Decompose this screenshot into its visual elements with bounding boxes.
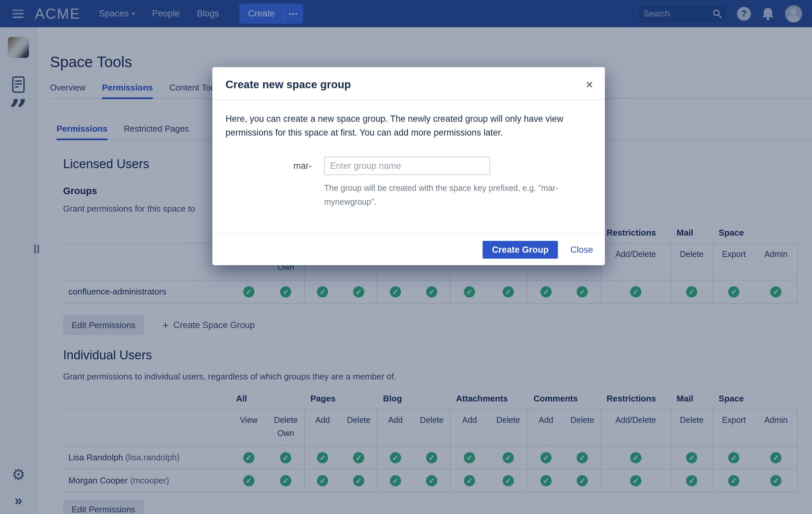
space-key-prefix-label: mar- xyxy=(226,161,324,171)
dialog-footer: Create Group Close xyxy=(212,234,605,265)
group-name-form-row: mar- xyxy=(226,157,592,175)
close-button[interactable]: Close xyxy=(570,245,593,255)
group-name-helper-text: The group will be created with the space… xyxy=(324,181,584,209)
create-space-group-dialog: Create new space group × Here, you can c… xyxy=(212,67,605,265)
dialog-title: Create new space group xyxy=(226,78,351,91)
create-group-button[interactable]: Create Group xyxy=(483,241,558,259)
group-name-input[interactable] xyxy=(324,157,490,175)
dialog-description: Here, you can create a new space group. … xyxy=(226,112,592,139)
close-icon[interactable]: × xyxy=(586,80,593,89)
dialog-header: Create new space group × xyxy=(212,67,605,100)
dialog-body: Here, you can create a new space group. … xyxy=(212,100,605,234)
